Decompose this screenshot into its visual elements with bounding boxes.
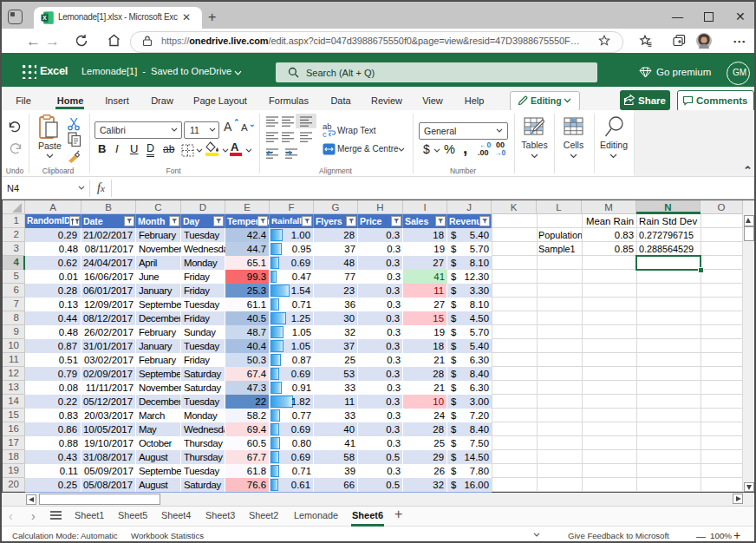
svg-text:X: X [42,14,47,22]
svg-text:c: c [323,129,327,138]
